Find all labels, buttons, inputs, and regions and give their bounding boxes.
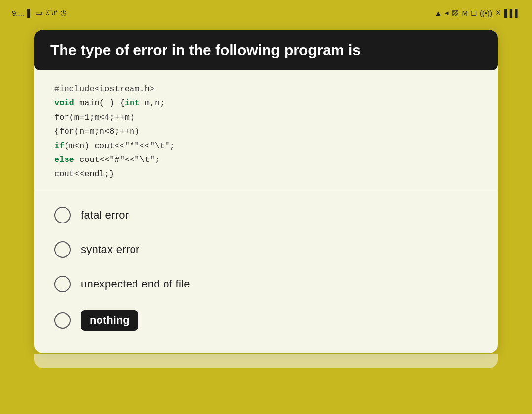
wifi-icon: ((•)) [480,9,492,17]
x-icon: ✕ [495,8,501,17]
battery-icon: ▭ [35,8,42,17]
next-card-peek [34,354,498,368]
code-line-1: #include<iostream.h> [54,82,478,96]
volume-icon: ◻ [471,8,477,17]
battery-percent: ٪٦٢ [45,8,57,17]
code-line-4: {for(n=m;n<8;++n) [54,125,478,139]
option-syntax-error[interactable]: syntax error [54,232,478,267]
option-syntax-error-label: syntax error [81,243,140,256]
options-list: fatal error syntax error unexpected end … [34,190,498,353]
question-header: The type of error in the following progr… [34,30,498,70]
option-nothing[interactable]: nothing [54,301,478,340]
option-fatal-error-label: fatal error [81,209,129,222]
navigation-icon: ◂ [445,8,449,17]
option-nothing-label: nothing [81,310,138,331]
option-unexpected-eof-label: unexpected end of file [81,278,190,290]
option-fatal-error[interactable]: fatal error [54,198,478,232]
mail-icon: M [462,9,468,17]
radio-nothing[interactable] [54,312,71,329]
code-block: #include<iostream.h> void main( ) {int m… [34,70,498,190]
status-bar: 9:... ▌ ▭ ٪٦٢ ◷ ▲ ◂ ▨ M ◻ ((•)) ✕ ▌▌▌ [0,0,532,26]
image-icon: ▨ [452,8,459,17]
quiz-card: The type of error in the following progr… [34,30,498,353]
else-keyword: else [54,155,74,164]
status-right: ▲ ◂ ▨ M ◻ ((•)) ✕ ▌▌▌ [435,8,520,17]
code-line-3: for(m=1;m<4;++m) [54,111,478,125]
radio-fatal-error[interactable] [54,207,71,223]
option-unexpected-eof[interactable]: unexpected end of file [54,267,478,301]
code-line-6: else cout<<"#"<<"\t"; [54,153,478,167]
signal-strength-icon: ▌▌▌ [504,9,520,17]
cloud-icon: ▲ [435,9,442,17]
code-line-7: cout<<endl;} [54,167,478,182]
status-left: 9:... ▌ ▭ ٪٦٢ ◷ [12,8,66,17]
void-keyword: void [54,98,74,108]
radio-syntax-error[interactable] [54,241,71,258]
question-text: The type of error in the following progr… [50,42,361,58]
if-keyword: if [54,141,64,151]
time-display: 9:... [12,9,24,17]
code-line-2: void main( ) {int m,n; [54,96,478,111]
signal-bars-icon: ▌ [27,9,33,17]
preprocessor-keyword: #include [54,84,95,94]
code-line-5: if(m<n) cout<<"*"<<"\t"; [54,139,478,154]
clock-icon: ◷ [60,8,66,17]
radio-unexpected-eof[interactable] [54,276,71,292]
